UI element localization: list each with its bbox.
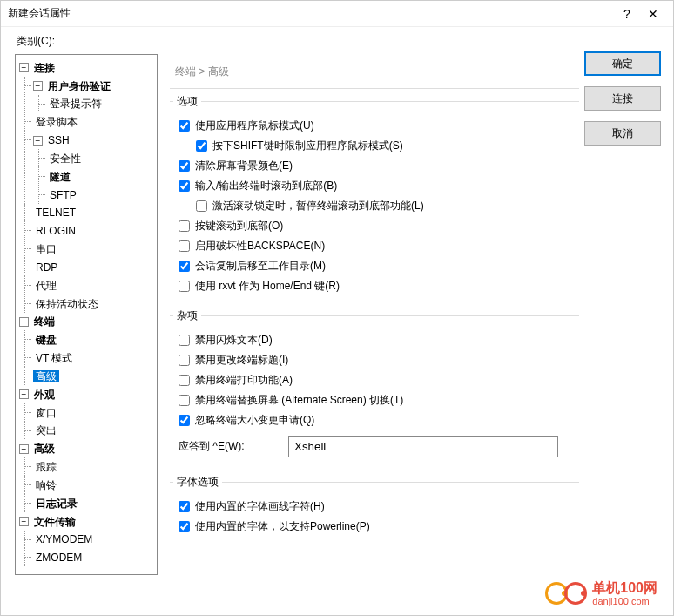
builtin-powerline-label: 使用内置的字体，以支持Powerline(P) <box>195 519 370 534</box>
connect-button[interactable]: 连接 <box>584 86 661 111</box>
category-label: 类别(C): <box>1 27 673 52</box>
ignore-resize-label: 忽略终端大小变更申请(Q) <box>195 413 314 428</box>
shift-limit-label: 按下SHIFT键时限制应用程序鼠标模式(S) <box>212 139 403 153</box>
tree-proxy[interactable]: 代理 <box>33 280 59 292</box>
tree-zmodem[interactable]: ZMODEM <box>33 552 84 564</box>
tree-rdp[interactable]: RDP <box>33 261 60 274</box>
shift-limit-checkbox[interactable] <box>196 140 207 152</box>
tree-bell[interactable]: 响铃 <box>33 479 59 491</box>
disable-blink-label: 禁用闪烁文本(D) <box>195 333 273 348</box>
destructive-bs-checkbox[interactable] <box>179 240 190 252</box>
cancel-button[interactable]: 取消 <box>584 121 661 146</box>
tree-auth[interactable]: 用户身份验证 <box>45 80 113 92</box>
expand-icon[interactable]: − <box>19 389 29 399</box>
restore-dir-checkbox[interactable] <box>179 261 190 272</box>
font-legend: 字体选项 <box>173 475 222 490</box>
disable-title-label: 禁用更改终端标题(I) <box>195 353 288 368</box>
use-app-mouse-label: 使用应用程序鼠标模式(U) <box>195 118 314 133</box>
breadcrumb: 终端 > 高级 <box>170 58 579 89</box>
category-tree[interactable]: −连接 −用户身份验证 登录提示符 登录脚本 −SSH 安全性 隧道 SFTP <box>15 54 158 575</box>
expand-icon[interactable]: − <box>33 136 43 146</box>
rxvt-home-checkbox[interactable] <box>179 281 190 292</box>
scroll-bottom-io-label: 输入/输出终端时滚动到底部(B) <box>195 179 337 193</box>
watermark-url: danji100.com <box>592 596 657 606</box>
clear-bg-checkbox[interactable] <box>179 160 190 172</box>
options-group: 选项 使用应用程序鼠标模式(U) 按下SHIFT键时限制应用程序鼠标模式(S) … <box>170 94 579 300</box>
tree-advanced-term[interactable]: 高级 <box>33 370 59 382</box>
tree-security[interactable]: 安全性 <box>47 152 84 165</box>
disable-print-checkbox[interactable] <box>179 375 190 386</box>
tree-telnet[interactable]: TELNET <box>33 206 78 219</box>
builtin-powerline-checkbox[interactable] <box>179 521 190 532</box>
font-group: 字体选项 使用内置的字体画线字符(H) 使用内置的字体，以支持Powerline… <box>170 475 579 540</box>
disable-title-checkbox[interactable] <box>179 355 190 366</box>
close-button[interactable]: ✕ <box>640 1 666 27</box>
tree-login-script[interactable]: 登录脚本 <box>33 116 80 128</box>
disable-print-label: 禁用终端打印功能(A) <box>195 373 293 388</box>
expand-icon[interactable]: − <box>33 81 43 91</box>
disable-altscreen-label: 禁用终端替换屏幕 (Alternate Screen) 切换(T) <box>195 393 403 408</box>
tree-sftp[interactable]: SFTP <box>47 189 79 201</box>
expand-icon[interactable]: − <box>19 63 29 72</box>
tree-trace[interactable]: 跟踪 <box>33 461 59 473</box>
scroll-lock-checkbox[interactable] <box>196 200 207 212</box>
disable-altscreen-checkbox[interactable] <box>179 395 190 406</box>
tree-ssh[interactable]: SSH <box>45 134 72 146</box>
restore-dir-label: 会话复制后移至工作目录(M) <box>195 259 326 274</box>
rxvt-home-label: 使用 rxvt 作为 Home/End 键(R) <box>195 279 340 294</box>
expand-icon[interactable]: − <box>19 517 29 526</box>
tree-keyboard[interactable]: 键盘 <box>33 334 59 346</box>
tree-connection[interactable]: 连接 <box>31 62 57 74</box>
scroll-bottom-io-checkbox[interactable] <box>179 180 190 192</box>
window-title: 新建会话属性 <box>8 6 614 21</box>
answerback-label: 应答到 ^E(W): <box>179 439 288 454</box>
watermark-text: 单机100网 <box>592 580 657 596</box>
misc-legend: 杂项 <box>173 308 201 323</box>
clear-bg-label: 清除屏幕背景颜色(E) <box>195 159 293 173</box>
expand-icon[interactable]: − <box>19 317 29 327</box>
misc-group: 杂项 禁用闪烁文本(D) 禁用更改终端标题(I) 禁用终端打印功能(A) 禁用终… <box>170 308 579 466</box>
ok-button[interactable]: 确定 <box>584 51 661 76</box>
scroll-lock-label: 激活滚动锁定时，暂停终端滚动到底部功能(L) <box>212 199 424 213</box>
tree-logging[interactable]: 日志记录 <box>33 498 80 510</box>
watermark-icon <box>564 582 587 605</box>
answerback-input[interactable] <box>288 436 558 457</box>
tree-vt[interactable]: VT 模式 <box>33 352 75 364</box>
tree-keepalive[interactable]: 保持活动状态 <box>33 298 101 310</box>
scroll-bottom-key-checkbox[interactable] <box>179 220 190 232</box>
options-legend: 选项 <box>173 94 201 109</box>
titlebar: 新建会话属性 ? ✕ <box>1 1 673 27</box>
tree-appearance[interactable]: 外观 <box>31 389 57 401</box>
use-app-mouse-checkbox[interactable] <box>179 120 190 132</box>
tree-advanced[interactable]: 高级 <box>31 443 57 455</box>
ignore-resize-checkbox[interactable] <box>179 415 190 426</box>
tree-window[interactable]: 窗口 <box>33 407 59 419</box>
help-button[interactable]: ? <box>614 1 640 27</box>
tree-serial[interactable]: 串口 <box>33 243 59 255</box>
tree-rlogin[interactable]: RLOGIN <box>33 225 78 237</box>
tree-tunnel[interactable]: 隧道 <box>47 171 73 183</box>
expand-icon[interactable]: − <box>19 444 29 454</box>
watermark: 单机100网 danji100.com <box>545 580 657 606</box>
builtin-linedraw-checkbox[interactable] <box>179 501 190 512</box>
builtin-linedraw-label: 使用内置的字体画线字符(H) <box>195 499 325 514</box>
scroll-bottom-key-label: 按键滚动到底部(O) <box>195 219 283 234</box>
tree-xymodem[interactable]: X/YMODEM <box>33 533 95 545</box>
tree-login-prompt[interactable]: 登录提示符 <box>47 98 104 110</box>
tree-terminal[interactable]: 终端 <box>31 315 57 328</box>
destructive-bs-label: 启用破坏性BACKSPACE(N) <box>195 239 325 254</box>
tree-filetransfer[interactable]: 文件传输 <box>31 516 78 528</box>
tree-highlight[interactable]: 突出 <box>33 424 59 437</box>
disable-blink-checkbox[interactable] <box>179 335 190 346</box>
